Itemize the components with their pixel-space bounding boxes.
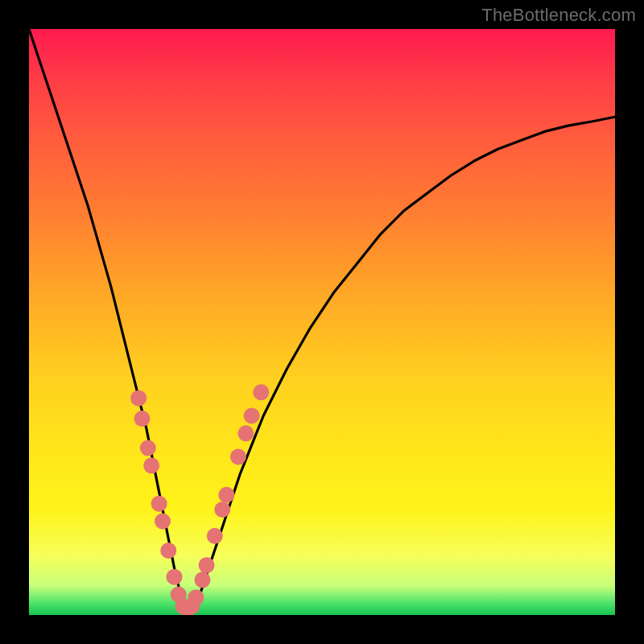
sample-point — [151, 496, 167, 512]
sample-point — [130, 390, 147, 407]
sample-point — [194, 572, 210, 588]
plot-area — [29, 29, 615, 615]
sample-point — [134, 411, 151, 427]
sample-point — [207, 528, 223, 544]
sample-point — [237, 425, 254, 441]
sample-point — [140, 440, 156, 456]
sample-point — [155, 514, 171, 530]
chart-frame: TheBottleneck.com — [0, 0, 644, 644]
sample-point — [143, 457, 159, 473]
sample-point — [230, 448, 246, 464]
sample-point — [167, 569, 183, 585]
sample-point — [160, 543, 176, 559]
bottleneck-curve — [29, 29, 615, 609]
sample-points-group — [130, 384, 269, 615]
watermark-text: TheBottleneck.com — [481, 5, 636, 26]
sample-point — [199, 557, 215, 573]
sample-point — [244, 407, 260, 423]
sample-point — [218, 487, 234, 503]
sample-point — [214, 502, 230, 518]
chart-svg — [29, 29, 615, 615]
sample-point — [188, 589, 204, 605]
sample-point — [253, 384, 269, 400]
